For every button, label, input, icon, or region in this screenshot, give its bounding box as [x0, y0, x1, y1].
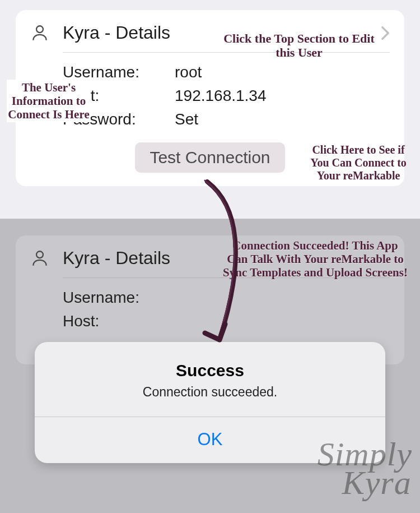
chevron-right-icon: [381, 26, 390, 40]
host-row: Host: 192.168.1.34: [63, 84, 390, 108]
annotation-success: Connection Succeeded! This App Can Talk …: [223, 239, 408, 279]
annotation-user-info: The User's Information to Connect Is Her…: [7, 80, 91, 122]
alert-ok-button[interactable]: OK: [35, 417, 385, 463]
test-connection-button[interactable]: Test Connection: [135, 142, 284, 173]
bottom-panel: Kyra - Details Username: Host: Connectio…: [0, 219, 420, 513]
card-title-dimmed: Kyra - Details: [63, 248, 170, 269]
username-label: Username:: [63, 286, 175, 309]
card-title: Kyra - Details: [63, 22, 170, 43]
annotation-edit-user: Click the Top Section to Edit this User: [221, 31, 377, 60]
username-row: Username: root: [63, 61, 390, 84]
alert-title: Success: [46, 361, 374, 380]
password-row: Password: Set: [63, 108, 390, 131]
host-value: 192.168.1.34: [175, 84, 267, 108]
username-row: Username:: [63, 286, 390, 309]
alert-message: Connection succeeded.: [46, 385, 374, 400]
username-value: root: [175, 61, 202, 84]
password-value: Set: [175, 108, 198, 131]
success-alert: Success Connection succeeded. OK: [35, 342, 385, 463]
host-label: Host:: [63, 309, 175, 333]
host-row: Host:: [63, 309, 390, 333]
svg-point-0: [36, 26, 43, 33]
svg-point-1: [36, 251, 43, 258]
top-panel: Kyra - Details Username: root Host: 192.…: [0, 0, 420, 219]
person-icon: [30, 24, 49, 43]
connection-details-dimmed: Username: Host:: [30, 278, 390, 333]
annotation-test-hint: Click Here to See if You Can Connect to …: [302, 144, 414, 182]
person-icon: [30, 249, 49, 268]
